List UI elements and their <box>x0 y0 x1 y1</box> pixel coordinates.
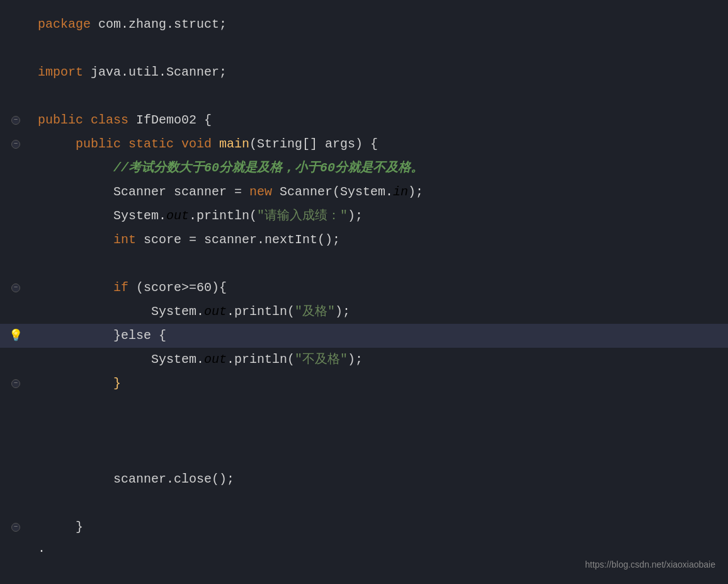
token: static <box>128 137 181 151</box>
token: package <box>38 17 98 31</box>
fold-icon[interactable]: − <box>11 379 20 388</box>
token: out <box>166 209 189 223</box>
code-line: Scanner scanner = new Scanner(System.in)… <box>0 180 728 204</box>
token: scanner = <box>166 185 249 199</box>
token: new <box>249 185 280 199</box>
token: if <box>113 280 136 295</box>
code-content: if (score>=60){ <box>31 278 715 298</box>
fold-icon[interactable]: − <box>11 140 20 149</box>
token: ); <box>335 304 350 319</box>
token: Scanner <box>113 185 166 199</box>
token: System. <box>151 304 204 319</box>
code-line: //考试分数大于60分就是及格，小于60分就是不及格。 <box>0 156 728 180</box>
gutter: − <box>0 140 31 149</box>
token: System. <box>113 209 166 223</box>
code-content: System.out.println("及格"); <box>31 302 715 322</box>
code-content: package com.zhang.struct; <box>31 14 715 35</box>
code-line: import java.util.Scanner; <box>0 60 728 84</box>
gutter: − <box>0 283 31 292</box>
code-line <box>0 84 728 108</box>
code-content: System.out.println("请输入成绩："); <box>31 206 715 226</box>
code-line <box>0 252 728 276</box>
code-line <box>0 396 728 420</box>
token: "不及格" <box>295 352 348 367</box>
token: out <box>204 352 227 367</box>
token: } <box>76 520 83 534</box>
token: (score>=60){ <box>136 280 227 295</box>
code-line <box>0 444 728 467</box>
token: } <box>113 376 121 391</box>
token: ( <box>249 137 257 151</box>
code-line: System.out.println("不及格"); <box>0 348 728 372</box>
token: String <box>257 137 302 151</box>
token: java.util.Scanner; <box>91 65 227 79</box>
code-content: System.out.println("不及格"); <box>31 350 715 370</box>
token: Scanner <box>280 185 333 199</box>
token: ); <box>348 352 363 367</box>
token: com.zhang.struct; <box>98 17 227 31</box>
fold-icon[interactable]: − <box>11 283 20 292</box>
token: //考试分数大于 <box>113 161 204 175</box>
code-line <box>0 420 728 444</box>
gutter: − <box>0 379 31 388</box>
code-line: 💡}else { <box>0 324 728 348</box>
token: IfDemo02 { <box>136 113 212 127</box>
token: ); <box>408 185 423 199</box>
code-content: } <box>31 517 715 537</box>
token: · <box>38 544 45 558</box>
token: class <box>91 113 136 127</box>
token: (System. <box>333 185 393 199</box>
token: .println( <box>227 352 295 367</box>
token: 分就是不及格。 <box>335 161 423 175</box>
token: 分就是及格，小于 <box>219 161 320 175</box>
watermark: https://blog.csdn.net/xiaoxiaobaie <box>585 558 715 571</box>
token: public <box>38 113 91 127</box>
token: score = scanner.nextInt(); <box>144 232 340 247</box>
code-line: System.out.println("及格"); <box>0 300 728 324</box>
code-line: −public static void main(String[] args) … <box>0 132 728 156</box>
token: void <box>181 137 219 151</box>
code-content: public static void main(String[] args) { <box>31 134 715 154</box>
token: [] args) { <box>302 137 378 151</box>
code-line: int score = scanner.nextInt(); <box>0 228 728 252</box>
code-line: −} <box>0 515 728 539</box>
code-content: Scanner scanner = new Scanner(System.in)… <box>31 182 715 202</box>
token: int <box>113 232 144 247</box>
bulb-icon[interactable]: 💡 <box>9 327 23 345</box>
token: public <box>76 137 128 151</box>
fold-icon[interactable]: − <box>11 523 20 532</box>
code-line: −} <box>0 372 728 396</box>
token: System. <box>151 352 204 367</box>
token: .println( <box>189 209 257 223</box>
code-line <box>0 491 728 515</box>
fold-icon[interactable]: − <box>11 116 20 125</box>
token: out <box>204 304 227 319</box>
code-line: −public class IfDemo02 { <box>0 108 728 132</box>
token: .println( <box>227 304 295 319</box>
token: in <box>393 185 408 199</box>
gutter: − <box>0 116 31 125</box>
code-content: scanner.close(); <box>31 469 715 490</box>
token: "请输入成绩：" <box>257 209 348 223</box>
token: "及格" <box>295 304 335 319</box>
gutter: − <box>0 523 31 532</box>
code-content: import java.util.Scanner; <box>31 62 715 83</box>
token: 60 <box>320 161 335 175</box>
token: main <box>219 137 249 151</box>
code-content: int score = scanner.nextInt(); <box>31 230 715 250</box>
code-line: −if (score>=60){ <box>0 276 728 300</box>
code-content: //考试分数大于60分就是及格，小于60分就是不及格。 <box>31 158 715 178</box>
code-content: public class IfDemo02 { <box>31 110 715 130</box>
code-line: System.out.println("请输入成绩："); <box>0 204 728 228</box>
token: scanner.close(); <box>113 472 234 486</box>
code-editor: package com.zhang.struct;import java.uti… <box>0 0 728 584</box>
token: ); <box>348 209 363 223</box>
token: }else { <box>113 328 166 343</box>
code-line: scanner.close(); <box>0 467 728 491</box>
code-line <box>0 37 728 60</box>
token: 60 <box>204 161 219 175</box>
gutter: 💡 <box>0 327 31 345</box>
code-content: }else { <box>31 326 715 346</box>
token: import <box>38 65 91 79</box>
code-content: } <box>31 374 715 394</box>
